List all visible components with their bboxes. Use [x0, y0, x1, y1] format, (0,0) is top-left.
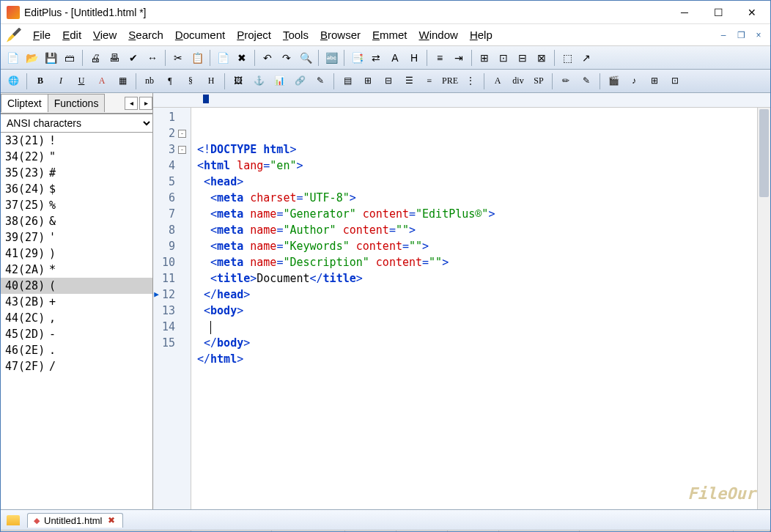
- mdi-restore-button[interactable]: ❐: [733, 29, 749, 42]
- html-toolbar-button-13[interactable]: 🔗: [290, 73, 309, 90]
- line-number[interactable]: 9: [153, 238, 186, 254]
- cliptext-item[interactable]: 46(2E).: [1, 342, 152, 358]
- toolbar-button-1[interactable]: 📂: [23, 49, 40, 67]
- code-line[interactable]: <body>: [197, 303, 770, 319]
- code-line[interactable]: </head>: [197, 287, 770, 303]
- line-number[interactable]: 3-: [153, 141, 186, 158]
- html-toolbar-button-18[interactable]: ☰: [399, 73, 418, 90]
- line-number[interactable]: 11: [153, 270, 186, 287]
- cliptext-item[interactable]: 45(2D)-: [1, 326, 152, 342]
- html-toolbar-button-25[interactable]: ✏: [556, 73, 575, 90]
- code-line[interactable]: </html>: [197, 351, 770, 367]
- toolbar-button-4[interactable]: 🖨: [86, 49, 104, 67]
- toolbar-button-17[interactable]: ⇄: [367, 49, 385, 67]
- toolbar-button-26[interactable]: ⬚: [558, 49, 576, 67]
- mdi-close-button[interactable]: ×: [750, 29, 767, 42]
- html-toolbar-button-3[interactable]: U: [72, 73, 91, 90]
- html-toolbar-button-28[interactable]: ♪: [624, 73, 643, 90]
- sidebar-prev-button[interactable]: ◂: [125, 97, 138, 110]
- line-number[interactable]: 6: [153, 190, 186, 206]
- sidebar-next-button[interactable]: ▸: [139, 97, 152, 110]
- line-number[interactable]: 8: [153, 222, 186, 238]
- toolbar-button-7[interactable]: ↔: [144, 49, 161, 67]
- html-toolbar-button-27[interactable]: 🎬: [604, 73, 623, 90]
- cliptext-item[interactable]: 47(2F)/: [1, 358, 152, 374]
- toolbar-button-20[interactable]: ≡: [431, 49, 449, 67]
- menu-file[interactable]: File: [27, 27, 56, 43]
- toolbar-button-3[interactable]: 🗃: [61, 49, 78, 67]
- line-number-gutter[interactable]: 12-3-4567891011▶12131415: [153, 108, 191, 509]
- html-toolbar-button-29[interactable]: ⊞: [645, 73, 664, 90]
- menu-project[interactable]: Project: [231, 27, 277, 43]
- html-toolbar-button-0[interactable]: 🌐: [4, 73, 23, 90]
- maximize-button[interactable]: ☐: [701, 1, 735, 23]
- toolbar-button-0[interactable]: 📄: [4, 49, 21, 67]
- cliptext-item[interactable]: 33(21)!: [1, 133, 152, 149]
- line-number[interactable]: 2-: [153, 125, 186, 141]
- tab-cliptext[interactable]: Cliptext: [1, 94, 48, 112]
- html-toolbar-button-7[interactable]: ¶: [161, 73, 180, 90]
- cliptext-item[interactable]: 36(24)$: [1, 181, 152, 197]
- toolbar-button-27[interactable]: ↗: [578, 49, 595, 67]
- html-toolbar-button-10[interactable]: 🖼: [229, 73, 248, 90]
- toolbar-button-13[interactable]: ↷: [278, 49, 295, 67]
- toolbar-button-2[interactable]: 💾: [42, 49, 59, 67]
- html-toolbar-button-9[interactable]: H: [202, 73, 221, 90]
- cliptext-item[interactable]: 37(25)%: [1, 197, 152, 213]
- toolbar-button-22[interactable]: ⊞: [476, 49, 493, 67]
- cliptext-item[interactable]: 40(28)(: [1, 278, 152, 294]
- html-toolbar-button-11[interactable]: ⚓: [249, 73, 268, 90]
- html-toolbar-button-4[interactable]: A: [92, 73, 111, 90]
- toolbar-button-6[interactable]: ✔: [125, 49, 142, 67]
- menu-tools[interactable]: Tools: [277, 27, 314, 43]
- toolbar-button-18[interactable]: A: [386, 49, 404, 67]
- html-toolbar-button-30[interactable]: ⊡: [665, 73, 685, 90]
- html-toolbar-button-6[interactable]: nb: [140, 73, 159, 90]
- html-toolbar-button-14[interactable]: ✎: [311, 73, 330, 90]
- toolbar-button-19[interactable]: H: [405, 49, 423, 67]
- toolbar-button-25[interactable]: ⊠: [533, 49, 550, 67]
- line-number[interactable]: 10: [153, 254, 186, 270]
- menu-edit[interactable]: Edit: [56, 27, 87, 43]
- code-line[interactable]: <meta name="Keywords" content="">: [197, 238, 770, 254]
- html-toolbar-button-22[interactable]: A: [488, 73, 507, 90]
- code-line[interactable]: <meta name="Description" content="">: [197, 254, 770, 270]
- toolbar-button-12[interactable]: ↶: [259, 49, 276, 67]
- code-line[interactable]: <meta charset="UTF-8">: [197, 190, 770, 206]
- html-toolbar-button-24[interactable]: SP: [529, 73, 548, 90]
- code-text-area[interactable]: <!DOCTYPE html><html lang="en"> <head> <…: [191, 108, 770, 509]
- html-toolbar-button-20[interactable]: PRE: [440, 73, 460, 90]
- toolbar-button-24[interactable]: ⊟: [514, 49, 531, 67]
- menu-document[interactable]: Document: [169, 27, 231, 43]
- folder-icon[interactable]: [7, 515, 20, 525]
- vertical-scrollbar[interactable]: [757, 108, 770, 509]
- line-number[interactable]: 1: [153, 109, 186, 125]
- mdi-minimize-button[interactable]: –: [715, 29, 731, 42]
- toolbar-button-9[interactable]: 📋: [188, 49, 206, 67]
- code-line[interactable]: <meta name="Author" content="">: [197, 222, 770, 238]
- html-toolbar-button-17[interactable]: ⊟: [379, 73, 398, 90]
- document-tab[interactable]: ◆ Untitled1.html ✖: [27, 513, 123, 528]
- code-line[interactable]: </body>: [197, 335, 770, 351]
- menu-browser[interactable]: Browser: [314, 27, 366, 43]
- html-toolbar-button-5[interactable]: ▦: [113, 73, 132, 90]
- html-toolbar-button-16[interactable]: ⊞: [358, 73, 377, 90]
- line-number[interactable]: 7: [153, 206, 186, 222]
- code-line[interactable]: [197, 319, 770, 335]
- html-toolbar-button-19[interactable]: ≡: [420, 73, 439, 90]
- menu-search[interactable]: Search: [122, 27, 169, 43]
- toolbar-button-15[interactable]: 🔤: [322, 49, 340, 67]
- cliptext-item[interactable]: 43(2B)+: [1, 294, 152, 310]
- html-toolbar-button-21[interactable]: ⋮: [461, 73, 480, 90]
- html-toolbar-button-23[interactable]: div: [509, 73, 528, 90]
- cliptext-item[interactable]: 39(27)': [1, 229, 152, 245]
- cliptext-item[interactable]: 42(2A)*: [1, 262, 152, 278]
- cliptext-dropdown[interactable]: ANSI characters: [1, 114, 152, 132]
- code-line[interactable]: <meta name="Generator" content="EditPlus…: [197, 206, 770, 222]
- line-number[interactable]: 5: [153, 174, 186, 190]
- line-number[interactable]: 15: [153, 335, 186, 351]
- toolbar-button-11[interactable]: ✖: [233, 49, 251, 67]
- code-line[interactable]: <!DOCTYPE html>: [197, 141, 770, 158]
- toolbar-button-8[interactable]: ✂: [169, 49, 187, 67]
- code-line[interactable]: <title>Document</title>: [197, 270, 770, 287]
